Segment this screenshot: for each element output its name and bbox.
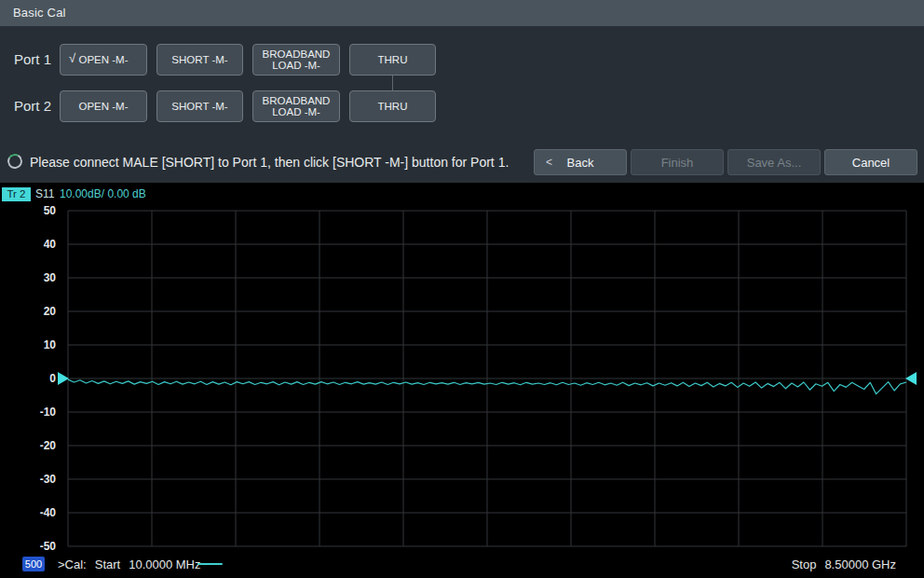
calibration-panel: Port 1 √ OPEN -M- SHORT -M- BROADBAND LO… xyxy=(0,26,924,183)
trace-badge[interactable]: Tr 2 xyxy=(2,187,31,201)
s11-trace-plot xyxy=(68,211,906,546)
port1-thru-button[interactable]: THRU xyxy=(349,44,436,76)
y-tick-label: 10 xyxy=(2,337,56,352)
y-tick-label: -30 xyxy=(2,472,56,487)
y-tick-label: -50 xyxy=(2,539,56,554)
port2-broadband-load-button[interactable]: BROADBAND LOAD -M- xyxy=(252,90,340,122)
y-tick-label: 0 xyxy=(2,371,56,386)
y-tick-label: 40 xyxy=(2,237,56,252)
cal-indicator: >Cal: xyxy=(58,557,87,571)
ref-level-marker-right xyxy=(905,372,917,385)
start-value: 10.0000 MHz xyxy=(129,557,200,571)
port1-short-button[interactable]: SHORT -M- xyxy=(156,44,243,76)
port1-broadband-load-button[interactable]: BROADBAND LOAD -M- xyxy=(252,44,340,76)
start-label: Start xyxy=(95,557,120,571)
finish-button[interactable]: Finish xyxy=(631,149,724,175)
basic-cal-window: Basic Cal Port 1 √ OPEN -M- SHORT -M- BR… xyxy=(0,0,924,578)
y-tick-label: -10 xyxy=(2,405,56,420)
start-frequency-readout: >Cal:Start10.0000 MHz xyxy=(58,557,210,571)
port1-open-button[interactable]: √ OPEN -M- xyxy=(60,44,147,76)
port1-label: Port 1 xyxy=(14,44,57,76)
y-tick-label: 30 xyxy=(2,270,56,285)
trace-scale: 10.00dB/ 0.00 dB xyxy=(60,187,146,200)
y-tick-label: 20 xyxy=(2,304,56,319)
port2-thru-button[interactable]: THRU xyxy=(349,90,436,122)
stop-label: Stop xyxy=(792,557,817,571)
check-icon: √ xyxy=(69,53,75,65)
stop-frequency-readout: Stop8.50000 GHz xyxy=(783,557,896,571)
status-message: Please connect MALE [SHORT] to Port 1, t… xyxy=(30,155,509,170)
trace-parameter: S11 xyxy=(35,187,54,200)
y-tick-label: -20 xyxy=(2,438,56,453)
chevron-left-icon: < xyxy=(546,156,552,169)
trace-legend-line xyxy=(197,563,223,565)
port2-open-button[interactable]: OPEN -M- xyxy=(60,90,147,122)
ref-level-marker-left xyxy=(58,372,69,385)
port2-label: Port 2 xyxy=(14,90,57,122)
y-tick-label: -40 xyxy=(2,505,56,520)
progress-spinner-icon xyxy=(6,152,24,171)
cancel-button[interactable]: Cancel xyxy=(824,149,917,175)
save-as-button[interactable]: Save As... xyxy=(727,149,821,175)
title-bar: Basic Cal xyxy=(0,0,924,26)
sweep-points-badge[interactable]: 500 xyxy=(22,557,45,571)
y-tick-label: 50 xyxy=(2,203,56,218)
page-title: Basic Cal xyxy=(13,6,66,20)
stop-value: 8.50000 GHz xyxy=(824,557,896,571)
thru-connector-line xyxy=(392,76,393,90)
back-button[interactable]: < Back xyxy=(534,149,627,175)
port2-short-button[interactable]: SHORT -M- xyxy=(156,90,243,122)
